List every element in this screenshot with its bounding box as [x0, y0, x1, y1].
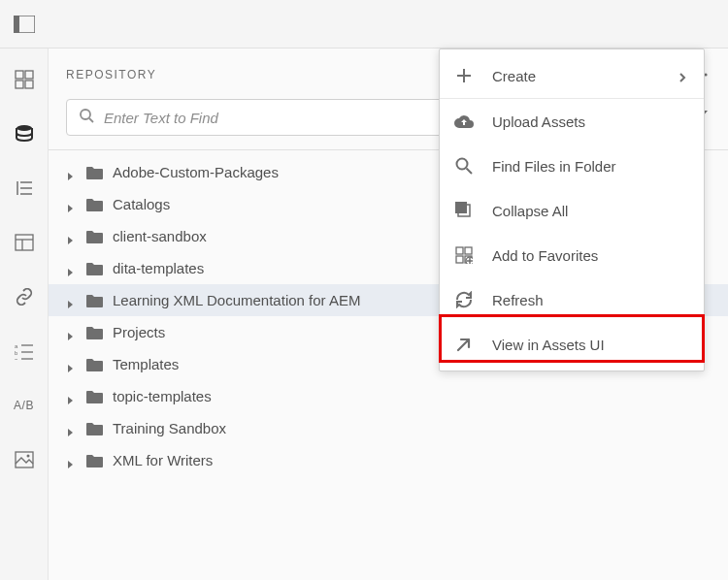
svg-rect-4 [16, 81, 23, 88]
svg-rect-35 [456, 247, 463, 254]
folder-icon [85, 454, 103, 467]
chevron-right-icon [66, 328, 76, 338]
svg-rect-5 [25, 81, 33, 88]
chevron-right-icon [66, 392, 76, 402]
svg-point-31 [457, 159, 468, 170]
svg-rect-2 [16, 71, 23, 79]
menu-label: Add to Favorites [492, 247, 690, 264]
chevron-right-icon [66, 264, 76, 274]
folder-icon [85, 422, 103, 435]
sidebar-outline-icon[interactable] [11, 175, 38, 202]
svg-rect-37 [456, 256, 463, 263]
menu-refresh[interactable]: Refresh [440, 277, 704, 322]
tree-item[interactable]: XML for Writers [49, 444, 728, 476]
svg-line-28 [89, 118, 93, 122]
folder-icon [85, 198, 103, 211]
collapse-icon [453, 200, 475, 221]
svg-rect-3 [25, 71, 33, 79]
plus-icon [453, 65, 475, 86]
svg-point-21 [26, 455, 29, 458]
menu-label: Find Files in Folder [492, 158, 690, 175]
open-external-icon [453, 334, 475, 355]
folder-icon [85, 294, 103, 307]
folder-icon [85, 262, 103, 275]
search-icon [453, 155, 475, 177]
chevron-right-icon [66, 232, 76, 242]
tree-label: XML for Writers [113, 452, 711, 468]
folder-icon [85, 390, 103, 403]
chevron-right-icon [66, 360, 76, 370]
svg-text:a: a [15, 343, 18, 349]
menu-add-favorites[interactable]: Add to Favorites [440, 233, 704, 277]
svg-text:b: b [15, 350, 18, 356]
sidebar-link-icon[interactable] [11, 283, 38, 310]
svg-rect-1 [14, 16, 19, 33]
svg-line-32 [467, 169, 473, 175]
menu-label: Refresh [492, 292, 690, 308]
sidebar-image-icon[interactable] [11, 446, 38, 473]
chevron-right-icon [678, 70, 690, 81]
chevron-right-icon [66, 200, 76, 209]
chevron-right-icon [66, 456, 76, 466]
menu-find-files[interactable]: Find Files in Folder [440, 144, 704, 188]
context-menu: Create Upload Assets Find Files in Folde… [439, 48, 705, 371]
svg-rect-36 [465, 247, 472, 254]
cloud-upload-icon [453, 111, 475, 132]
menu-label: Upload Assets [492, 113, 690, 130]
tree-item[interactable]: Training Sandbox [49, 412, 728, 444]
tree-label: Training Sandbox [113, 420, 711, 436]
grid-plus-icon [453, 244, 475, 266]
sidebar-layout-icon[interactable] [11, 229, 38, 256]
left-sidebar: abc A/B [0, 48, 49, 580]
menu-create[interactable]: Create [440, 53, 704, 99]
menu-upload-assets[interactable]: Upload Assets [440, 99, 704, 144]
rail-toggle-icon[interactable] [12, 14, 37, 35]
svg-rect-20 [16, 452, 33, 467]
folder-icon [85, 230, 103, 243]
sidebar-list-icon[interactable]: abc [11, 338, 38, 365]
tree-item[interactable]: topic-templates [49, 380, 728, 412]
menu-label: View in Assets UI [492, 337, 690, 353]
top-bar [0, 0, 728, 48]
svg-rect-11 [16, 235, 33, 250]
svg-text:c: c [15, 357, 18, 360]
sidebar-repository-icon[interactable] [11, 120, 38, 147]
chevron-right-icon [66, 168, 76, 177]
menu-collapse-all[interactable]: Collapse All [440, 188, 704, 233]
svg-point-27 [81, 110, 90, 119]
svg-point-6 [17, 125, 32, 131]
folder-icon [85, 326, 103, 339]
refresh-icon [453, 289, 475, 310]
search-icon [79, 108, 94, 127]
folder-icon [85, 166, 103, 179]
menu-view-assets-ui[interactable]: View in Assets UI [440, 322, 704, 367]
menu-label: Collapse All [492, 203, 690, 219]
tree-label: topic-templates [113, 388, 711, 404]
chevron-right-icon [66, 296, 76, 306]
sidebar-ab-icon[interactable]: A/B [11, 392, 38, 419]
sidebar-grid[interactable] [11, 66, 38, 93]
menu-label: Create [492, 68, 661, 84]
folder-icon [85, 358, 103, 371]
svg-rect-34 [455, 202, 467, 213]
chevron-right-icon [66, 424, 76, 434]
